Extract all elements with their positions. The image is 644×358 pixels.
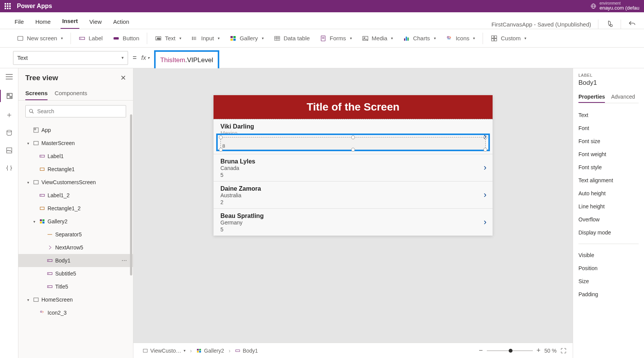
next-arrow-icon[interactable]: › (484, 163, 486, 173)
tree-node[interactable]: Separator5 (18, 228, 133, 241)
menu-insert[interactable]: Insert (61, 14, 79, 29)
property-row[interactable]: Font (578, 122, 639, 135)
property-row[interactable]: Position (578, 262, 639, 275)
more-icon[interactable]: ⋯ (119, 257, 129, 264)
button-button[interactable]: Button (109, 33, 143, 44)
tree-node[interactable]: ▾Gallery2 (18, 215, 133, 228)
property-row[interactable]: Overflow (578, 213, 639, 226)
next-arrow-icon[interactable]: › (484, 132, 486, 142)
gallery-item[interactable]: Bruna LylesCanada5› (214, 154, 493, 181)
tree-node[interactable]: App (18, 124, 133, 137)
tree-search-input[interactable] (37, 108, 123, 114)
advanced-tools-icon[interactable] (5, 163, 14, 173)
tree-node[interactable]: ▾HomeScreen (18, 293, 133, 306)
insert-icon[interactable] (5, 111, 14, 120)
tree-node[interactable]: ▾MasterScreen (18, 137, 133, 150)
fit-to-window-icon[interactable] (560, 348, 567, 354)
label-button[interactable]: Label (75, 33, 107, 44)
undo-icon[interactable] (628, 20, 636, 28)
waffle-icon[interactable] (5, 3, 11, 9)
input-button[interactable]: Input ▾ (187, 33, 223, 44)
menu-action[interactable]: Action (112, 15, 131, 29)
app-checker-icon[interactable] (605, 20, 614, 28)
tree-node[interactable]: Rectangle1_2 (18, 202, 133, 215)
zoom-slider[interactable] (487, 350, 533, 351)
property-row[interactable]: Display mode (578, 226, 639, 239)
hamburger-icon[interactable] (5, 72, 14, 81)
next-arrow-icon[interactable]: › (484, 217, 486, 227)
separator (147, 33, 147, 44)
property-selector[interactable]: Text ▾ (13, 51, 128, 65)
property-row[interactable]: Visible (578, 249, 639, 262)
property-row[interactable]: Line height (578, 200, 639, 213)
fx-label[interactable]: fx ▾ (141, 54, 150, 61)
media-button[interactable]: Media ▾ (358, 33, 397, 44)
icons-label: Icons (456, 35, 470, 41)
resize-handle[interactable] (219, 135, 223, 139)
scrollbar-thumb[interactable] (130, 114, 132, 276)
close-icon[interactable]: ✕ (120, 74, 126, 82)
tree-node[interactable]: Title5 (18, 280, 133, 293)
tree-node[interactable]: Rectangle1 (18, 163, 133, 176)
tree-node[interactable]: Body1⋯ (18, 254, 133, 267)
resize-handle[interactable] (351, 135, 355, 139)
svg-rect-20 (274, 36, 280, 40)
props-tab-properties[interactable]: Properties (578, 91, 605, 103)
property-row[interactable]: Padding (578, 288, 639, 301)
zoom-in-button[interactable]: + (537, 346, 541, 355)
menu-view[interactable]: View (88, 15, 103, 29)
data-icon[interactable] (5, 128, 14, 137)
property-row[interactable]: Font size (578, 135, 639, 148)
menu-file[interactable]: File (13, 15, 25, 29)
menu-home[interactable]: Home (34, 15, 52, 29)
tree-title: Tree view (25, 74, 58, 82)
property-row[interactable]: Font weight (578, 148, 639, 161)
property-row[interactable]: Size (578, 275, 639, 288)
property-row[interactable]: Auto height (578, 187, 639, 200)
property-row[interactable]: Text alignment (578, 174, 639, 187)
breadcrumb-body[interactable]: Body1 (232, 346, 261, 355)
tree-node[interactable]: Subtitle5 (18, 267, 133, 280)
property-row[interactable]: Text (578, 109, 639, 122)
gallery-item[interactable]: Daine ZamoraAustralia2› (214, 181, 493, 208)
formula-input-highlight[interactable]: ThisItem.VIPLevel (154, 50, 219, 70)
app-frame[interactable]: Title of the Screen Viki DarlingMexico8›… (214, 95, 493, 236)
breadcrumb-screen[interactable]: ViewCusto… ▾ (140, 346, 189, 355)
forms-button[interactable]: Forms ▾ (316, 33, 356, 44)
custom-button[interactable]: Custom ▾ (487, 33, 530, 44)
tree-view-icon[interactable] (5, 91, 14, 101)
property-row[interactable]: Font style (578, 161, 639, 174)
tree-search-box[interactable] (25, 105, 126, 117)
props-tab-advanced[interactable]: Advanced (611, 91, 635, 103)
next-arrow-icon[interactable]: › (484, 190, 486, 200)
icons-button[interactable]: Icons ▾ (442, 33, 479, 44)
tree-node[interactable]: ▾ViewCustomersScreen (18, 176, 133, 189)
resize-handle[interactable] (351, 148, 355, 152)
tree-node[interactable]: Icon2_3 (18, 306, 133, 319)
svg-point-13 (192, 37, 193, 38)
tree-node[interactable]: Label1 (18, 150, 133, 163)
tree-tab-screens[interactable]: Screens (25, 87, 48, 100)
gallery-item[interactable]: Beau SpratlingGermany5› (214, 208, 493, 236)
media-rail-icon[interactable] (5, 146, 14, 155)
gallery-button[interactable]: Gallery ▾ (226, 33, 268, 44)
environment-text[interactable]: environment enayu.com (defau (600, 1, 639, 11)
gallery[interactable]: Viki DarlingMexico8›Bruna LylesCanada5›D… (214, 119, 493, 236)
tree-tab-components[interactable]: Components (54, 87, 87, 100)
zoom-out-button[interactable]: − (479, 346, 483, 355)
environment-name: enayu.com (defau (600, 5, 639, 11)
gallery-item[interactable]: Viki DarlingMexico8› (214, 119, 493, 154)
breadcrumb-gallery[interactable]: Gallery2 (193, 346, 227, 355)
screen-icon (33, 297, 39, 303)
charts-button[interactable]: Charts ▾ (399, 33, 439, 44)
data-table-button[interactable]: Data table (270, 33, 314, 44)
chevron-right-icon: › (190, 348, 192, 354)
tree-node[interactable]: NextArrow5 (18, 241, 133, 254)
resize-handle[interactable] (483, 148, 487, 152)
item-country: Germany (220, 219, 486, 226)
new-screen-button[interactable]: New screen ▾ (13, 33, 67, 44)
text-button[interactable]: Ab Text ▾ (151, 33, 185, 44)
selected-body-control[interactable]: 8 (220, 137, 486, 150)
tree-node[interactable]: Label1_2 (18, 189, 133, 202)
chevron-down-icon: ▾ (218, 36, 220, 40)
